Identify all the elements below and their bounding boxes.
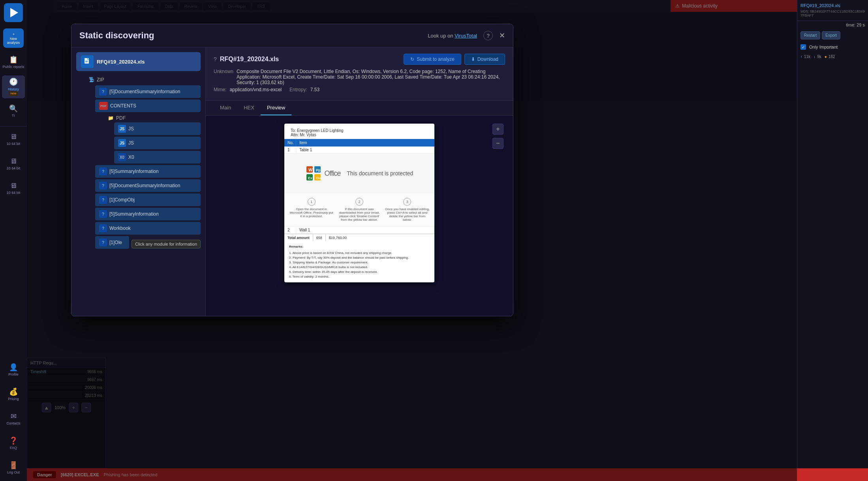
entropy-label: Entropy: [289, 87, 307, 92]
only-important-row: ✓ Only Important [797, 42, 868, 52]
file-root-node[interactable]: RFQ#19_202024.xls [76, 52, 201, 71]
sidebar: ＋ New analysis 📋 Public reports 🕐 Histor… [0, 0, 27, 481]
submit-to-analyze-button[interactable]: ↻ Submit to analyze [404, 54, 461, 65]
arrow-down-icon: ↓ [814, 54, 815, 59]
file-node-js-2[interactable]: JS JS [114, 137, 201, 149]
doc-steps: 1 Open the document in Microsoft Office.… [284, 193, 434, 227]
remark-5: 5. Delivery time: within 35-45 days afte… [289, 270, 430, 274]
step-text-2: If this document was downloaded from you… [337, 207, 381, 222]
svg-rect-4 [85, 61, 88, 61]
metric-value: 11k [804, 54, 810, 59]
tree-indent-js: JS JS JS JS X0 X0 [105, 122, 201, 163]
close-button[interactable]: ✕ [499, 31, 505, 40]
sidebar-item-pricing[interactable]: 💰 Pricing [2, 383, 25, 406]
step-circle-2: 2 [355, 198, 363, 206]
office-brand: Office [325, 169, 341, 178]
doc-step-1: 1 Open the document in Microsoft Office.… [289, 198, 334, 222]
new-analysis-button[interactable]: ＋ New analysis [3, 28, 24, 48]
step-text-3: Once you have enabled editing, press Ctr… [385, 207, 430, 222]
sidebar-item-faq[interactable]: ❓ FAQ [2, 432, 25, 455]
app-logo[interactable] [4, 3, 23, 22]
download-label: Download [477, 56, 498, 62]
metric-arrows-up: ↑ 11k [800, 54, 810, 59]
restart-button[interactable]: Restart [800, 31, 820, 39]
sidebar-item-vm-1[interactable]: 🖥 10 64 bit [2, 128, 25, 151]
node-label: [5]SummaryInformation [109, 211, 159, 217]
entropy-value: 7.53 [310, 87, 319, 92]
doc-step-3: 3 Once you have enabled editing, press C… [385, 198, 430, 222]
sidebar-item-vm-3[interactable]: 🖥 10 64 bit [2, 177, 25, 200]
profile-icon: 👤 [9, 363, 18, 372]
only-important-checkbox[interactable]: ✓ [800, 44, 806, 50]
zip-container: 🗜 ZIP ? [5]DocumentSummaryInformation PD… [76, 74, 201, 250]
only-important-label: Only Important [809, 45, 838, 49]
sidebar-item-ti[interactable]: 🔍 TI [2, 100, 25, 123]
zoom-in-button[interactable]: + [492, 124, 504, 135]
tab-main[interactable]: Main [214, 101, 237, 115]
mime-row: Mime: application/vnd.ms-excel [214, 87, 282, 92]
file-node-js-1[interactable]: JS JS [114, 122, 201, 135]
remark-4: 4. All E14/E27/G4/G9/GU10/MR16 bulbs is … [289, 265, 430, 270]
virustotal-anchor[interactable]: VirusTotal [455, 33, 477, 39]
sidebar-item-vm-2[interactable]: 🖥 10 64 bit [2, 152, 25, 175]
node-label: [1]CompObj [109, 197, 135, 203]
file-node-doc-summary-1[interactable]: ? [5]DocumentSummaryInformation [95, 85, 201, 98]
pdf-folder-icon: 📁 [108, 115, 114, 121]
file-node-contents[interactable]: PDF CONTENTS [95, 100, 201, 112]
type-label: Unknown [214, 69, 233, 74]
right-panel-actions: Restart Export [797, 29, 868, 42]
entropy-row: Entropy: 7.53 [289, 87, 319, 92]
file-node-comp-obj[interactable]: ? [1]CompObj [95, 194, 201, 206]
modal-header-right: Look up on VirusTotal ? ✕ [428, 31, 505, 40]
file-node-summary-2[interactable]: ? [5]SummaryInformation [95, 208, 201, 220]
zoom-controls: + − [492, 124, 504, 149]
sidebar-label: History [8, 87, 19, 92]
q-badge: ? [99, 239, 107, 246]
export-button[interactable]: Export [822, 31, 840, 39]
preview-document: To: Energygreen LED Lighting Attn: Mr. V… [284, 124, 434, 282]
tab-preview[interactable]: Preview [261, 101, 291, 115]
js-badge: JS [118, 125, 126, 133]
q-badge: ? [99, 88, 107, 96]
office-protected-text: This document is protected [347, 170, 413, 177]
help-button[interactable]: ? [483, 31, 493, 40]
doc-row-1: 1 Table 1 [284, 147, 434, 154]
logout-icon: 🚪 [9, 461, 18, 470]
tab-hex[interactable]: HEX [237, 101, 261, 115]
file-node-doc-summary-2[interactable]: ? [5]DocumentSummaryInformation [95, 179, 201, 192]
file-node-x0[interactable]: X0 X0 [114, 151, 201, 163]
row-num: 1 [284, 147, 296, 153]
vm-icon: 🖥 [10, 157, 17, 166]
file-node-workbook[interactable]: ? Workbook [95, 222, 201, 235]
q-badge: ? [99, 224, 107, 232]
remark-1: 1. Above price is based on EXW China, no… [289, 251, 430, 256]
svg-text:Ou: Ou [316, 176, 321, 180]
metric-count: ● 182 [825, 54, 835, 59]
metrics-row: ↑ 11k ↓ 9k ● 182 [797, 52, 868, 61]
sidebar-item-profile[interactable]: 👤 Profile [2, 359, 25, 381]
total-label: Total amount [284, 234, 313, 241]
sidebar-item-history[interactable]: 🕐 History new [2, 75, 25, 98]
doc-to: To: Energygreen LED Lighting [291, 128, 428, 133]
pdf-node[interactable]: 📁 PDF [105, 114, 201, 122]
download-button[interactable]: ⬇ Download [464, 54, 505, 65]
q-badge: ? [99, 182, 107, 190]
modal-title: Static discovering [79, 30, 154, 41]
mime-value: application/vnd.ms-excel [230, 87, 282, 92]
svg-rect-5 [85, 62, 87, 62]
virustotal-label: Look up on [428, 33, 453, 39]
office-logo: W Pp Ex Ou Office [306, 165, 341, 181]
zip-node[interactable]: 🗜 ZIP [86, 74, 201, 85]
file-node-ole[interactable]: ? [1]Ole [95, 236, 129, 249]
sidebar-label: Pricing [8, 397, 19, 401]
right-file-name: RFQ#19_202024.xls [800, 3, 865, 8]
doc-attn: Attn: Mr. Vytas [291, 133, 428, 137]
step-circle-3: 3 [403, 198, 411, 206]
file-tree: RFQ#19_202024.xls 🗜 ZIP ? [5]DocumentSum… [71, 47, 206, 316]
preview-area: To: Energygreen LED Lighting Attn: Mr. V… [206, 116, 513, 316]
sidebar-item-contacts[interactable]: ✉ Contacts [2, 408, 25, 430]
file-node-summary-1[interactable]: ? [5]SummaryInformation [95, 165, 201, 178]
sidebar-item-logout[interactable]: 🚪 Log Out [2, 457, 25, 479]
zoom-out-button[interactable]: − [492, 138, 504, 149]
sidebar-item-public-reports[interactable]: 📋 Public reports [2, 51, 25, 74]
